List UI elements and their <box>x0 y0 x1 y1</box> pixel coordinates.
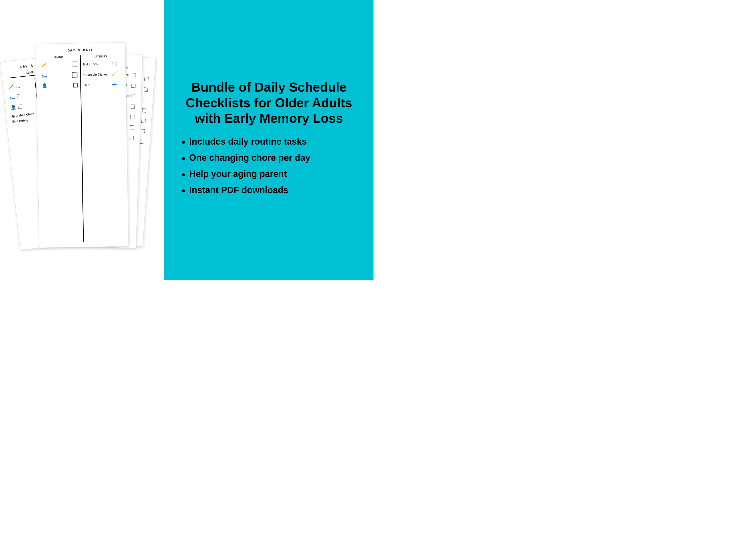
right-panel: Bundle of Daily Schedule Checklists for … <box>164 0 374 280</box>
front-title: DAY & DATE <box>40 48 121 53</box>
front-morning-label: RNING <box>41 55 77 59</box>
task-checkbox[interactable] <box>142 108 147 112</box>
bullet-item-1: Includes daily routine tasks <box>182 136 356 148</box>
task-icon: 👤 <box>41 82 48 89</box>
task-icon: 🪥 <box>7 83 15 90</box>
eat-lunch-label: Eat Lunch <box>83 62 109 66</box>
task-checkbox[interactable] <box>72 61 77 67</box>
task-checkbox[interactable] <box>143 98 147 102</box>
bullet-item-2: One changing chore per day <box>182 152 356 164</box>
task-checkbox[interactable] <box>17 94 21 98</box>
task-checkbox[interactable] <box>130 125 134 129</box>
task-checkbox[interactable] <box>18 104 22 109</box>
clean-up-dishes-front-icon: 🧹 <box>111 71 118 77</box>
main-title: Bundle of Daily Schedule Checklists for … <box>182 79 356 126</box>
task-icon: 🛏️ <box>8 93 16 101</box>
task-checkbox[interactable] <box>132 73 136 77</box>
task-checkbox[interactable] <box>141 118 146 123</box>
document-stack: DAY & DATE MORNING 🪥 🛏️ 👤 <box>7 28 157 252</box>
task-icon: 👤 <box>9 103 17 111</box>
task-row: 🪥 <box>41 61 77 69</box>
task-checkbox[interactable] <box>130 115 134 119</box>
clean-up-dishes-front-row: Clean Up Dishes 🧹 <box>83 71 118 78</box>
task-checkbox[interactable] <box>129 136 134 140</box>
nap-label: Nap <box>83 83 109 87</box>
front-document: DAY & DATE RNING 🪥 🛏️ <box>35 42 129 248</box>
clean-up-dishes-front-label: Clean Up Dishes <box>83 72 109 76</box>
eat-lunch-icon: 🍽️ <box>110 60 118 67</box>
nap-row: Nap 💤 <box>83 81 118 88</box>
task-checkbox[interactable] <box>131 94 135 98</box>
left-panel: DAY & DATE MORNING 🪥 🛏️ 👤 <box>0 0 164 280</box>
task-checkbox[interactable] <box>131 83 135 88</box>
task-checkbox[interactable] <box>144 87 148 91</box>
task-row: 🛏️ <box>41 71 77 79</box>
bullet-list: Includes daily routine tasks One changin… <box>182 136 356 201</box>
task-checkbox[interactable] <box>72 72 77 77</box>
task-icon: 🛏️ <box>41 72 48 79</box>
bullet-item-4: Instant PDF downloads <box>182 184 356 196</box>
task-row: 👤 <box>41 82 78 89</box>
task-checkbox[interactable] <box>141 129 145 133</box>
nap-icon: 💤 <box>111 81 118 88</box>
task-checkbox[interactable] <box>130 104 135 108</box>
task-icon: 🪥 <box>41 61 48 68</box>
front-afternoon-label: AFTERNO <box>83 54 118 58</box>
task-checkbox[interactable] <box>16 83 20 88</box>
task-checkbox[interactable] <box>73 83 77 87</box>
task-checkbox[interactable] <box>140 139 144 143</box>
task-checkbox[interactable] <box>145 77 149 81</box>
eat-lunch-row: Eat Lunch 🍽️ <box>83 60 118 68</box>
bullet-item-3: Help your aging parent <box>182 168 356 180</box>
